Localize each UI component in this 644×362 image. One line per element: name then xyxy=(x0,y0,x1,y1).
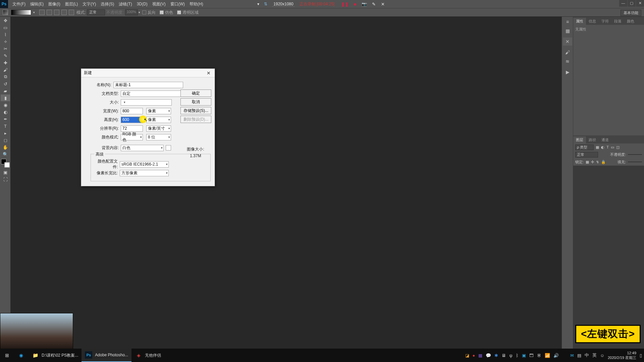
pause-icon[interactable]: ❚❚ xyxy=(341,2,348,7)
filter-shape-icon[interactable]: ▭ xyxy=(611,145,614,149)
dialog-close-icon[interactable]: ✕ xyxy=(205,70,212,76)
size-select[interactable] xyxy=(121,99,172,106)
taskbar-browser[interactable]: ◉ xyxy=(14,349,28,362)
menu-help[interactable]: 帮助(H) xyxy=(187,1,206,7)
resolution-unit-select[interactable]: 像素/英寸 xyxy=(146,125,171,132)
gradient-radial-icon[interactable] xyxy=(47,10,52,15)
blend-mode-select[interactable]: 正常 xyxy=(87,9,105,15)
tray-battery-icon[interactable]: 🗔 xyxy=(529,353,534,358)
menu-layer[interactable]: 图层(L) xyxy=(63,1,80,7)
brush-tool[interactable]: 🖌 xyxy=(1,66,10,73)
path-select-tool[interactable]: ▸ xyxy=(1,130,10,136)
opacity-value[interactable]: 100% xyxy=(125,9,138,15)
type-tool[interactable]: T xyxy=(1,123,10,129)
transparency-checkbox[interactable]: ✓透明区域 xyxy=(177,10,199,15)
filter-pixel-icon[interactable]: ▦ xyxy=(596,145,599,149)
menu-select[interactable]: 选择(S) xyxy=(98,1,116,7)
dialog-titlebar[interactable]: 新建 ✕ xyxy=(81,69,215,77)
pencil-icon[interactable]: ✎ xyxy=(372,2,376,7)
menu-window[interactable]: 窗口(W) xyxy=(168,1,187,7)
taskbar-start[interactable]: ⊞ xyxy=(0,349,14,362)
tray-usb-icon[interactable]: ψ xyxy=(509,353,512,358)
zoom-tool[interactable]: 🔍 xyxy=(1,151,10,158)
close-button[interactable]: ✕ xyxy=(636,0,644,7)
tab-paths[interactable]: 路径 xyxy=(586,136,599,143)
clone-panel-icon[interactable]: ≋ xyxy=(563,57,572,65)
aspect-select[interactable]: 方形像素 xyxy=(120,170,169,176)
filter-smart-icon[interactable]: ◫ xyxy=(616,145,620,149)
gradient-preview[interactable] xyxy=(11,10,31,15)
gradient-angle-icon[interactable] xyxy=(54,10,59,15)
tool-preset-icon[interactable] xyxy=(3,10,8,15)
height-unit-select[interactable]: 像素 xyxy=(146,117,171,123)
tray-chat-icon[interactable]: 💬 xyxy=(486,353,491,358)
stop-icon[interactable]: ■ xyxy=(354,2,357,7)
tray-mail-icon[interactable]: ✉ xyxy=(570,353,574,358)
move-tool[interactable]: ✥ xyxy=(1,17,10,24)
gradient-dropdown-icon[interactable]: ▾ xyxy=(33,11,35,14)
dither-checkbox[interactable]: ✓仿色 xyxy=(160,10,173,15)
profile-select[interactable]: sRGB IEC61966-2.1 xyxy=(120,161,169,168)
blur-tool[interactable]: ◉ xyxy=(1,102,10,108)
save-preset-button[interactable]: 存储预设(S)... xyxy=(180,107,211,114)
pen-tool[interactable]: ✒ xyxy=(1,116,10,122)
ime-emoji-icon[interactable]: ☺ xyxy=(600,353,604,358)
tray-app2-icon[interactable]: ▦ xyxy=(478,353,482,358)
notification-center-icon[interactable]: ▯ xyxy=(640,353,642,358)
minimize-button[interactable]: — xyxy=(619,0,627,7)
menu-3d[interactable]: 3D(D) xyxy=(135,2,150,6)
lock-nest-icon[interactable]: ↯ xyxy=(596,160,599,164)
layer-filter-select[interactable]: ρ 类型 xyxy=(575,144,594,150)
close-panel-icon[interactable]: ✕ xyxy=(563,38,572,46)
lock-all-icon[interactable]: 🔒 xyxy=(601,160,606,164)
marquee-tool[interactable]: ▭ xyxy=(1,24,10,31)
healing-tool[interactable]: ✚ xyxy=(1,59,10,66)
ime-sub[interactable]: 英 xyxy=(592,352,597,358)
tab-properties[interactable]: 属性 xyxy=(573,18,586,25)
taskbar-photoshop[interactable]: PsAdobe Photosho... xyxy=(82,349,131,362)
tray-volume-icon[interactable]: 🔊 xyxy=(553,353,559,358)
gradient-diamond-icon[interactable] xyxy=(69,10,74,15)
shape-tool[interactable]: ◻ xyxy=(1,137,10,143)
screenmode-tool[interactable]: ⛶ xyxy=(1,176,10,183)
menu-image[interactable]: 图像(I) xyxy=(46,1,62,7)
crop-tool[interactable]: ✂ xyxy=(1,45,10,52)
menu-edit[interactable]: 编辑(E) xyxy=(28,1,46,7)
tab-color[interactable]: 颜色 xyxy=(624,18,637,25)
gradient-linear-icon[interactable] xyxy=(39,10,45,15)
play-panel-icon[interactable]: ▶ xyxy=(563,68,572,76)
camera-icon[interactable]: 📷 xyxy=(362,2,367,7)
gradient-tool[interactable]: ▮ xyxy=(1,95,10,101)
bg-select[interactable]: 白色 xyxy=(121,145,164,151)
height-input[interactable] xyxy=(121,117,143,123)
lock-position-icon[interactable]: ✢ xyxy=(591,160,594,164)
layer-blend-select[interactable]: 正常 xyxy=(575,152,598,158)
taskbar-companion[interactable]: ◈无他伴侣 xyxy=(131,349,164,362)
gradient-reflected-icon[interactable] xyxy=(61,10,67,15)
width-unit-select[interactable]: 像素 xyxy=(146,108,171,114)
eyedropper-tool[interactable]: ✎ xyxy=(1,52,10,59)
cancel-button[interactable]: 取消 xyxy=(180,98,211,106)
layer-fill-value[interactable] xyxy=(628,162,642,162)
color-swatches[interactable] xyxy=(1,159,10,168)
filter-type-icon[interactable]: T xyxy=(606,145,609,149)
opacity-dropdown-icon[interactable]: ▾ xyxy=(139,11,140,14)
tab-character[interactable]: 字符 xyxy=(599,18,611,25)
recorder-controls[interactable]: ❚❚ ■ 📷 ✎ ✕ xyxy=(339,2,386,7)
ime-lang[interactable]: 中 xyxy=(585,352,589,358)
eraser-tool[interactable]: ▰ xyxy=(1,87,10,94)
menu-file[interactable]: 文件(F) xyxy=(10,1,28,7)
colormode-select[interactable]: RGB 颜色 xyxy=(121,134,143,140)
workspace-switcher[interactable]: 基本功能 xyxy=(621,10,641,16)
tab-paragraph[interactable]: 段落 xyxy=(611,18,624,25)
brush-panel-icon[interactable]: 🖌 xyxy=(563,48,572,56)
tray-store-icon[interactable]: ▣ xyxy=(522,353,526,358)
taskbar-clock[interactable]: 12:49 2020/2/19 星期三 xyxy=(608,351,636,360)
magic-wand-tool[interactable]: ✧ xyxy=(1,38,10,45)
tray-bluetooth-icon[interactable]: ᛒ xyxy=(516,353,519,358)
history-brush-tool[interactable]: ↺ xyxy=(1,80,10,87)
tray-record-icon[interactable]: ● xyxy=(473,353,475,358)
taskbar-explorer[interactable]: 📁D:\课程\02 PS教案... xyxy=(28,349,82,362)
tab-layers[interactable]: 图层 xyxy=(573,136,586,143)
bg-color-swatch[interactable] xyxy=(166,145,171,150)
